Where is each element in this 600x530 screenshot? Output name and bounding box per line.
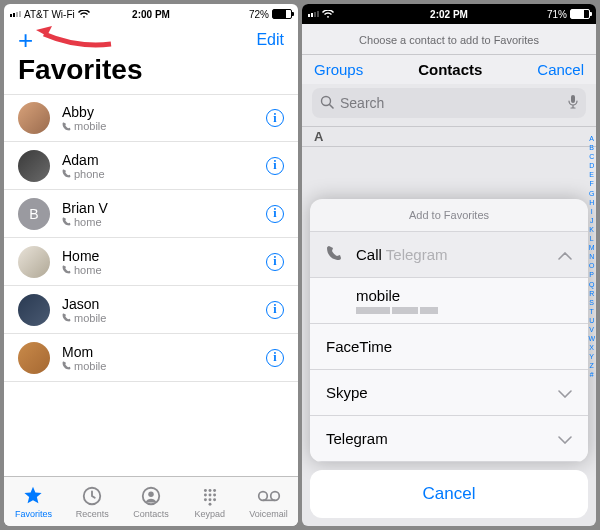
- contact-picker-screen: 2:02 PM 71% Choose a contact to add to F…: [302, 4, 596, 526]
- svg-point-5: [213, 489, 216, 492]
- option-label: mobile: [356, 287, 400, 304]
- alpha-index[interactable]: ABCDEFGHIJKLMNOPQRSTUVWXYZ#: [588, 134, 595, 380]
- search-icon: [320, 95, 334, 112]
- signal-icon: [10, 11, 21, 17]
- battery-pct: 72%: [249, 9, 269, 20]
- picker-navbar: Groups Contacts Cancel: [302, 55, 596, 84]
- info-button[interactable]: i: [266, 157, 284, 175]
- option-label: FaceTime: [326, 338, 392, 355]
- contact-name: Home: [62, 248, 266, 264]
- contact-row[interactable]: Home home i: [4, 238, 298, 286]
- groups-button[interactable]: Groups: [314, 61, 363, 78]
- signal-icon: [308, 11, 319, 17]
- phone-icon: [62, 361, 71, 370]
- sheet-option-facetime[interactable]: FaceTime: [310, 324, 588, 370]
- tab-recents[interactable]: Recents: [63, 477, 122, 526]
- info-button[interactable]: i: [266, 205, 284, 223]
- favorites-icon: [22, 485, 44, 507]
- picker-instruction: Choose a contact to add to Favorites: [302, 24, 596, 55]
- svg-point-11: [213, 498, 216, 501]
- phone-icon: [62, 169, 71, 178]
- phone-icon: [62, 265, 71, 274]
- avatar: [18, 246, 50, 278]
- add-button[interactable]: +: [18, 27, 33, 53]
- phone-icon: [62, 217, 71, 226]
- tab-contacts[interactable]: Contacts: [122, 477, 181, 526]
- sheet-option-skype[interactable]: Skype: [310, 370, 588, 416]
- contact-row[interactable]: Adam phone i: [4, 142, 298, 190]
- picker-title: Contacts: [418, 61, 482, 78]
- contact-name: Abby: [62, 104, 266, 120]
- contact-name: Mom: [62, 344, 266, 360]
- phone-icon: [62, 122, 71, 131]
- option-label: Telegram: [326, 430, 388, 447]
- svg-point-2: [148, 491, 154, 497]
- contact-type: mobile: [62, 312, 266, 324]
- contact-row[interactable]: Mom mobile i: [4, 334, 298, 382]
- contact-row[interactable]: Jason mobile i: [4, 286, 298, 334]
- favorites-screen: AT&T Wi-Fi 2:00 PM 72% + Edit Favorites …: [4, 4, 298, 526]
- svg-point-3: [204, 489, 207, 492]
- sheet-cancel-button[interactable]: Cancel: [310, 470, 588, 518]
- clock: 2:02 PM: [430, 9, 468, 20]
- svg-point-8: [213, 493, 216, 496]
- svg-rect-17: [571, 95, 575, 103]
- battery-icon: [570, 9, 590, 19]
- contacts-icon: [140, 485, 162, 507]
- status-bar: AT&T Wi-Fi 2:00 PM 72%: [4, 4, 298, 24]
- contact-type: mobile: [62, 360, 266, 372]
- navbar: + Edit: [4, 24, 298, 52]
- phone-icon: [326, 245, 350, 264]
- search-input[interactable]: Search: [312, 88, 586, 118]
- tab-keypad[interactable]: Keypad: [180, 477, 239, 526]
- chevron-down-icon: [558, 384, 572, 401]
- voicemail-icon: [257, 485, 281, 507]
- info-button[interactable]: i: [266, 253, 284, 271]
- contact-type: mobile: [62, 120, 266, 132]
- option-label: Skype: [326, 384, 368, 401]
- tab-label: Keypad: [195, 509, 226, 519]
- tab-voicemail[interactable]: Voicemail: [239, 477, 298, 526]
- clock: 2:00 PM: [132, 9, 170, 20]
- recents-icon: [81, 485, 103, 507]
- contact-row[interactable]: B Brian V home i: [4, 190, 298, 238]
- cancel-button[interactable]: Cancel: [537, 61, 584, 78]
- contact-name: Adam: [62, 152, 266, 168]
- svg-point-6: [204, 493, 207, 496]
- tab-favorites[interactable]: Favorites: [4, 477, 63, 526]
- redacted-number: [356, 307, 438, 314]
- page-title: Favorites: [4, 52, 298, 94]
- chevron-up-icon: [558, 246, 572, 263]
- chevron-down-icon: [558, 430, 572, 447]
- favorites-list[interactable]: Abby mobile i Adam phone i B Brian V hom…: [4, 94, 298, 476]
- svg-point-9: [204, 498, 207, 501]
- battery-pct: 71%: [547, 9, 567, 20]
- avatar: [18, 342, 50, 374]
- info-button[interactable]: i: [266, 349, 284, 367]
- edit-button[interactable]: Edit: [256, 31, 284, 49]
- tab-label: Recents: [76, 509, 109, 519]
- sheet-title: Add to Favorites: [310, 199, 588, 232]
- sheet-option-telegram[interactable]: Telegram: [310, 416, 588, 462]
- avatar: [18, 150, 50, 182]
- phone-icon: [62, 313, 71, 322]
- contact-type: home: [62, 264, 266, 276]
- action-sheet: Add to Favorites CallTelegrammobileFaceT…: [302, 144, 596, 526]
- avatar: [18, 294, 50, 326]
- svg-point-10: [208, 498, 211, 501]
- info-button[interactable]: i: [266, 109, 284, 127]
- svg-point-7: [208, 493, 211, 496]
- sheet-option-mobile[interactable]: mobile: [310, 278, 588, 324]
- sheet-option-call[interactable]: CallTelegram: [310, 232, 588, 278]
- tab-label: Favorites: [15, 509, 52, 519]
- info-button[interactable]: i: [266, 301, 284, 319]
- contact-row[interactable]: Abby mobile i: [4, 94, 298, 142]
- carrier-label: AT&T Wi-Fi: [24, 9, 75, 20]
- mic-icon[interactable]: [568, 95, 578, 112]
- contact-name: Brian V: [62, 200, 266, 216]
- svg-point-13: [258, 491, 267, 500]
- battery-icon: [272, 9, 292, 19]
- svg-point-12: [208, 502, 211, 505]
- contact-type: home: [62, 216, 266, 228]
- svg-line-16: [330, 104, 334, 108]
